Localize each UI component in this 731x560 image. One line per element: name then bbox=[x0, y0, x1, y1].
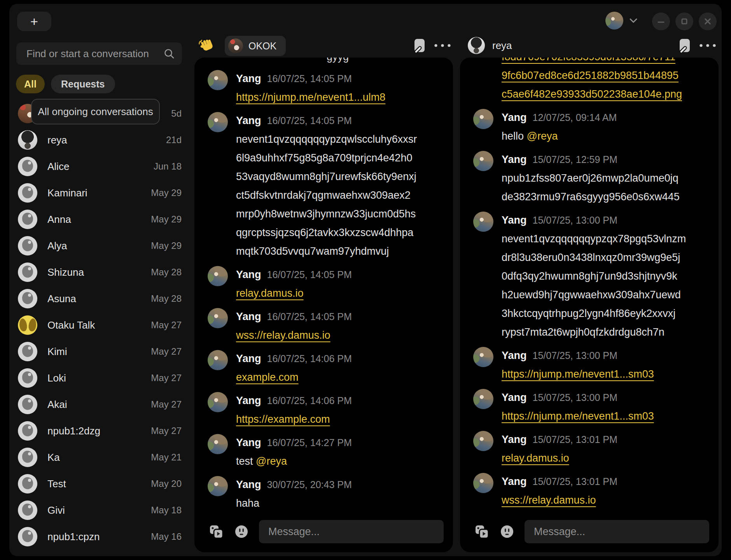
conversation-item[interactable]: KaMay 21 bbox=[9, 444, 194, 471]
message-author: Yang bbox=[502, 346, 527, 365]
message: Yang15/07/25, 12:59 PMnpub1zfss807aer0j2… bbox=[473, 150, 709, 206]
app-window: + All Requests 5dreya21dAliceJun 18Kamin… bbox=[9, 4, 722, 556]
message-timestamp: 30/07/25, 20:43 PM bbox=[267, 475, 352, 494]
conversation-item[interactable]: npub1:cpznMay 16 bbox=[9, 523, 194, 550]
message-link[interactable]: https://njump.me/nevent1...ulm8 bbox=[236, 91, 385, 103]
message-text-line: 53vaqyd8wumn8ghj7urewfsk66ty9enxj bbox=[236, 167, 444, 186]
conversation-item[interactable]: LokiMay 27 bbox=[9, 365, 194, 391]
smiley-icon[interactable] bbox=[234, 524, 249, 539]
message-link[interactable]: https://njump.me/nevent1...sm03 bbox=[502, 368, 654, 380]
message-link[interactable]: f8dd769e762fc83395d6f13586/7e711 bbox=[502, 58, 675, 63]
avatar-default bbox=[18, 289, 37, 308]
media-icon[interactable] bbox=[208, 524, 224, 539]
message-text-line: 0dfq3qy2hwumn8ghj7un9d3shjtnyv9k bbox=[502, 267, 709, 285]
conversation-date: May 28 bbox=[151, 293, 182, 304]
conversation-name: Test bbox=[47, 478, 151, 490]
maximize-button[interactable] bbox=[675, 12, 693, 30]
message-author: Yang bbox=[236, 433, 261, 452]
conversation-item[interactable]: KaminariMay 29 bbox=[9, 180, 194, 206]
avatar-yang bbox=[473, 347, 493, 367]
tab-requests[interactable]: Requests bbox=[51, 75, 115, 93]
more-options-icon[interactable] bbox=[433, 43, 452, 48]
message-link[interactable]: 9fc6b07ed8ce6d251882b9851b44895 bbox=[502, 70, 679, 81]
message: Yang15/07/25, 13:00 PMhttps://njump.me/n… bbox=[473, 346, 709, 383]
message-content: nevent1qvzqqqqqqypzqwlsccluhy6xxsr6l9a9u… bbox=[236, 130, 444, 261]
message-link[interactable]: example.com bbox=[236, 371, 299, 383]
chat-peer-reya[interactable]: reya bbox=[468, 37, 512, 54]
message-author: Yang bbox=[502, 108, 527, 127]
message-link[interactable]: wss://relay.damus.io bbox=[236, 329, 331, 341]
message-link[interactable]: c5ae6f482e93933d502238ae104e.png bbox=[502, 88, 682, 100]
conversation-item[interactable]: AliceJun 18 bbox=[9, 153, 194, 180]
conversation-date: May 28 bbox=[151, 267, 182, 278]
note-icon[interactable] bbox=[678, 38, 692, 54]
conversation-name: Alice bbox=[47, 161, 154, 173]
composer-okok bbox=[194, 516, 453, 552]
smiley-icon[interactable] bbox=[500, 524, 514, 539]
message-input[interactable] bbox=[525, 520, 709, 543]
avatar-yang bbox=[473, 431, 493, 451]
close-button[interactable] bbox=[699, 12, 717, 30]
message-link[interactable]: https://example.com bbox=[236, 413, 330, 425]
avatar-yang bbox=[208, 112, 228, 132]
message-text-line: rypst7mta2t6wpjh0qfzkdrdgu8ch7n bbox=[502, 323, 709, 341]
message-text: test bbox=[236, 455, 256, 467]
mention[interactable]: @reya bbox=[527, 130, 558, 142]
minimize-button[interactable] bbox=[652, 12, 670, 30]
search-bar[interactable] bbox=[16, 42, 182, 65]
message-content: hello @reya bbox=[502, 127, 709, 145]
conversation-item[interactable]: AlyaMay 29 bbox=[9, 233, 194, 259]
note-icon[interactable] bbox=[413, 38, 427, 54]
conversation-date: May 29 bbox=[151, 187, 182, 198]
conversation-item[interactable]: AnnaMay 29 bbox=[9, 206, 194, 233]
message-content: relay.damus.io bbox=[236, 284, 444, 303]
message-content: https://njump.me/nevent1...sm03 bbox=[502, 407, 709, 425]
message-text-line: mrp0yh8wetnw3jhymnzw33jucm0d5hs bbox=[236, 205, 444, 223]
media-icon[interactable] bbox=[474, 524, 490, 539]
message-timestamp: 12/07/25, 09:14 AM bbox=[533, 108, 617, 127]
conversation-item[interactable]: Otaku TalkMay 27 bbox=[9, 312, 194, 338]
message-link[interactable]: relay.damus.io bbox=[236, 287, 304, 299]
message-link[interactable]: https://njump.me/nevent1...sm03 bbox=[502, 410, 654, 422]
message-content: example.com bbox=[236, 368, 444, 387]
message-author: Yang bbox=[236, 475, 261, 494]
avatar-default bbox=[18, 421, 37, 441]
conversation-name: npub1:cpzn bbox=[47, 531, 151, 543]
mention[interactable]: @reya bbox=[256, 455, 287, 467]
conversation-item[interactable]: AkaiMay 27 bbox=[9, 391, 194, 418]
conversation-item[interactable]: TestMay 20 bbox=[9, 471, 194, 497]
message-link[interactable]: wss://relay.damus.io bbox=[502, 494, 596, 506]
conversation-item[interactable]: npub1:2dzgMay 27 bbox=[9, 418, 194, 444]
message-timestamp: 15/07/25, 13:00 PM bbox=[533, 211, 617, 229]
more-options-icon[interactable] bbox=[698, 43, 717, 48]
message-link[interactable]: relay.damus.io bbox=[502, 452, 569, 464]
message-timestamp: 16/07/25, 14:06 PM bbox=[267, 391, 352, 410]
composer-reya bbox=[460, 516, 719, 552]
avatar-default bbox=[18, 500, 37, 520]
message-text: hello bbox=[502, 130, 527, 142]
avatar-default bbox=[18, 395, 37, 414]
message-input[interactable] bbox=[259, 520, 444, 543]
conversation-item[interactable]: ShizunaMay 28 bbox=[9, 259, 194, 285]
chat-peer-button-okok[interactable]: OKOK bbox=[225, 36, 286, 56]
conversation-date: 5d bbox=[171, 108, 182, 119]
close-icon bbox=[704, 18, 712, 25]
message-author: Yang bbox=[236, 111, 261, 130]
conversation-item[interactable]: GiviMay 18 bbox=[9, 497, 194, 523]
message-text-line: 3hkctcqyqtrhpug2lygn4hf86eyk2xxvxj bbox=[502, 304, 709, 323]
conversation-item[interactable]: reya21d bbox=[9, 127, 194, 153]
conversation-name: npub1:2dzg bbox=[47, 425, 151, 437]
message: Yang30/07/25, 20:43 PMhaha bbox=[208, 475, 444, 513]
new-conversation-button[interactable]: + bbox=[17, 12, 51, 31]
avatar-yang bbox=[208, 266, 228, 286]
conversation-name: Akai bbox=[47, 399, 151, 411]
profile-menu[interactable] bbox=[605, 12, 638, 30]
message-text-line: nevent1qvzqqqqqqypzqx78pgq53vlnzm bbox=[502, 229, 709, 248]
conversation-item[interactable]: AsunaMay 28 bbox=[9, 285, 194, 312]
chat-panel-reya: f8dd769e762fc83395d6f13586/7e7119fc6b07e… bbox=[460, 58, 719, 552]
conversation-date: Jun 18 bbox=[154, 161, 182, 172]
tab-all[interactable]: All bbox=[16, 75, 45, 93]
search-input[interactable] bbox=[16, 48, 163, 60]
conversation-item[interactable]: KimiMay 27 bbox=[9, 338, 194, 365]
avatar-default bbox=[18, 210, 37, 229]
